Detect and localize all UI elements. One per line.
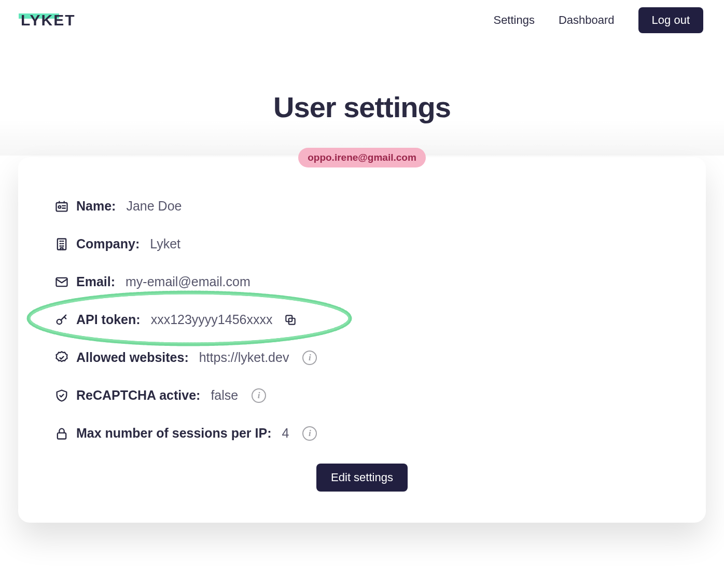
- company-value: Lyket: [150, 236, 180, 251]
- check-badge-icon: [54, 351, 69, 365]
- email-badge: oppo.irene@gmail.com: [298, 148, 426, 167]
- info-icon[interactable]: i: [252, 388, 266, 403]
- recaptcha-label: ReCAPTCHA active:: [76, 388, 200, 403]
- key-icon: [54, 313, 69, 327]
- max-sessions-value: 4: [282, 426, 289, 441]
- svg-point-1: [59, 205, 61, 208]
- row-company: Company: Lyket: [54, 236, 670, 251]
- row-allowed-websites: Allowed websites: https://lyket.dev i: [54, 350, 670, 365]
- name-value: Jane Doe: [126, 199, 182, 214]
- card-wrap: oppo.irene@gmail.com Name: Jane Doe Comp…: [18, 157, 706, 523]
- edit-button-wrap: Edit settings: [54, 464, 670, 492]
- shield-check-icon: [54, 388, 69, 403]
- name-label: Name:: [76, 199, 116, 214]
- building-icon: [54, 237, 69, 251]
- email-label: Email:: [76, 274, 115, 289]
- svg-rect-9: [58, 432, 66, 439]
- recaptcha-value: false: [211, 388, 238, 403]
- info-icon[interactable]: i: [302, 426, 317, 441]
- api-token-label: API token:: [76, 312, 141, 327]
- envelope-icon: [54, 275, 69, 289]
- header: LYKET Settings Dashboard Log out: [0, 0, 724, 33]
- logout-button[interactable]: Log out: [638, 7, 703, 33]
- logo[interactable]: LYKET: [21, 11, 76, 29]
- row-recaptcha: ReCAPTCHA active: false i: [54, 388, 670, 403]
- nav-settings[interactable]: Settings: [493, 13, 535, 27]
- lock-icon: [54, 426, 69, 441]
- logo-text: LYKET: [21, 11, 76, 29]
- nav: Settings Dashboard Log out: [493, 7, 703, 33]
- info-icon[interactable]: i: [302, 351, 317, 365]
- id-card-icon: [54, 199, 69, 214]
- edit-settings-button[interactable]: Edit settings: [316, 464, 408, 492]
- row-name: Name: Jane Doe: [54, 199, 670, 214]
- row-max-sessions: Max number of sessions per IP: 4 i: [54, 426, 670, 441]
- email-badge-wrap: oppo.irene@gmail.com: [18, 148, 706, 167]
- allowed-websites-label: Allowed websites:: [76, 350, 189, 365]
- api-token-value: xxx123yyyy1456xxxx: [151, 312, 273, 327]
- copy-icon[interactable]: [284, 313, 297, 327]
- company-label: Company:: [76, 236, 140, 251]
- row-email: Email: my-email@email.com: [54, 274, 670, 289]
- allowed-websites-value: https://lyket.dev: [199, 350, 289, 365]
- settings-card: Name: Jane Doe Company: Lyket Email: my-…: [18, 157, 706, 523]
- nav-dashboard[interactable]: Dashboard: [559, 13, 615, 27]
- row-api-token: API token: xxx123yyyy1456xxxx: [54, 312, 670, 327]
- email-value: my-email@email.com: [126, 274, 250, 289]
- max-sessions-label: Max number of sessions per IP:: [76, 426, 272, 441]
